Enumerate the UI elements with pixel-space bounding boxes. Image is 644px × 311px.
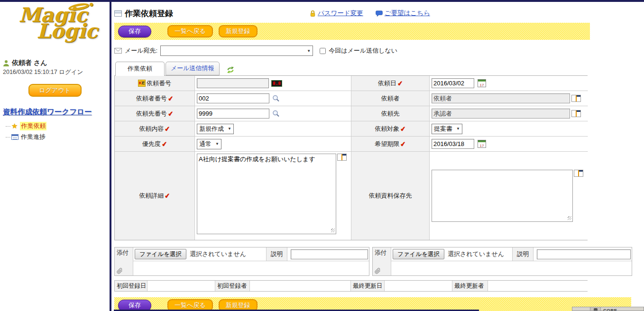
first-registered-date-label: 初回登録日 bbox=[115, 281, 147, 291]
envelope-icon bbox=[114, 48, 122, 54]
attachment-slot-2: 添付 ファイルを選択 選択されていません 説明 bbox=[372, 247, 632, 276]
required-icon: ✔ bbox=[400, 125, 406, 133]
required-icon: ✔ bbox=[161, 140, 167, 148]
requester-input[interactable] bbox=[432, 93, 570, 103]
requester-no-label-cell: 依頼者番号 ✔ bbox=[115, 91, 194, 106]
deadline-label: 希望期限 bbox=[375, 140, 399, 148]
toolbar-top: 保存 一覧へ戻る 新規登録 bbox=[114, 23, 590, 40]
requestee-label-cell: 依頼先 bbox=[351, 106, 429, 121]
priority-label-cell: 優先度 ✔ bbox=[115, 137, 194, 151]
toolbar-bottom: 保存 一覧へ戻る 新規登録 bbox=[114, 297, 631, 311]
sidebar: Magic Logic 依頼者 さん 2016/03/02 15:10:17 ロ… bbox=[0, 2, 110, 311]
attachment-label: 添付 bbox=[375, 249, 389, 257]
search-icon[interactable] bbox=[272, 110, 280, 118]
save-button[interactable]: 保存 bbox=[118, 26, 151, 37]
key-icon: KE bbox=[138, 80, 146, 87]
record-info-table: 初回登録日 初回登録者 最終更新日 最終更新者 bbox=[114, 280, 588, 292]
priority-label: 優先度 bbox=[142, 140, 161, 148]
tab-work-request[interactable]: 作業依頼 bbox=[115, 62, 165, 76]
first-registered-by-label: 初回登録者 bbox=[215, 281, 249, 291]
request-detail-label: 依頼詳細 bbox=[139, 192, 164, 200]
save-location-label-cell: 依頼資料保存先 bbox=[351, 152, 429, 240]
logo-text-line2: Logic bbox=[37, 22, 98, 41]
description-input[interactable] bbox=[291, 249, 368, 259]
logout-button[interactable]: ログアウト bbox=[28, 84, 82, 97]
main-content: 作業依頼登録 パスワード変更 ご要望はこちら 保存 一覧へ戻る 新規登録 メール… bbox=[111, 2, 644, 311]
calendar-icon[interactable]: 17 bbox=[478, 79, 486, 87]
back-to-list-button[interactable]: 一覧へ戻る bbox=[167, 25, 213, 37]
required-icon: ✔ bbox=[164, 125, 170, 133]
last-updated-by-value bbox=[488, 281, 588, 291]
auto-number-counter-icon: 8.8 bbox=[271, 80, 282, 87]
save-location-textarea[interactable] bbox=[432, 170, 573, 222]
requestee-label: 依頼先 bbox=[381, 110, 400, 118]
description-label: 説明 bbox=[512, 247, 534, 261]
requester-label: 依頼者 bbox=[381, 94, 400, 103]
request-date-input[interactable] bbox=[432, 78, 474, 88]
request-date-label-cell: 依頼日 ✔ bbox=[351, 76, 429, 91]
lock-icon bbox=[310, 10, 316, 17]
calendar-icon[interactable]: 17 bbox=[478, 140, 486, 148]
first-registered-by-value bbox=[250, 281, 350, 291]
sidebar-item-work-progress[interactable]: 作業進捗 bbox=[5, 133, 110, 141]
attachments-section: 添付 ファイルを選択 選択されていません 説明 添付 ファイルを選択 選択されて… bbox=[114, 247, 644, 276]
request-date-label: 依頼日 bbox=[378, 79, 396, 88]
requester-no-input[interactable] bbox=[197, 93, 269, 103]
description-label: 説明 bbox=[266, 247, 287, 261]
window-icon bbox=[114, 10, 122, 17]
no-file-text: 選択されていません bbox=[448, 250, 504, 258]
refresh-icon[interactable] bbox=[226, 66, 235, 74]
sidebar-item-work-request[interactable]: ★ 作業依頼 bbox=[5, 122, 110, 130]
requester-no-label: 依頼者番号 bbox=[136, 94, 167, 103]
attachment-label: 添付 bbox=[117, 249, 131, 257]
requester-label-cell: 依頼者 bbox=[351, 91, 429, 106]
expand-icon[interactable] bbox=[571, 110, 581, 117]
request-content-select[interactable]: 新規作成 bbox=[197, 124, 234, 134]
password-change-link[interactable]: パスワード変更 bbox=[318, 9, 363, 18]
description-input[interactable] bbox=[537, 249, 631, 259]
footer-segment bbox=[572, 307, 590, 311]
mail-recipient-label: メール宛先: bbox=[125, 46, 157, 55]
mail-recipient-select[interactable] bbox=[160, 46, 313, 56]
request-detail-label-cell: 依頼詳細 ✔ bbox=[115, 152, 194, 240]
paperclip-icon bbox=[375, 268, 381, 274]
magic-logic-logo: Magic Logic bbox=[12, 6, 98, 54]
file-select-button[interactable]: ファイルを選択 bbox=[393, 249, 444, 259]
login-timestamp: 2016/03/02 15:10:17 ログイン bbox=[3, 68, 110, 76]
required-icon: ✔ bbox=[167, 110, 174, 118]
feedback-link[interactable]: ご要望はこちら bbox=[385, 9, 430, 18]
deadline-label-cell: 希望期限 ✔ bbox=[351, 137, 429, 151]
user-icon bbox=[3, 60, 9, 66]
tab-mail-info[interactable]: メール送信情報 bbox=[166, 62, 220, 75]
expand-icon[interactable] bbox=[337, 154, 347, 161]
new-registration-button[interactable]: 新規登録 bbox=[219, 25, 258, 37]
requestee-no-input[interactable] bbox=[197, 109, 269, 119]
request-detail-textarea[interactable]: A社向け提案書の作成をお願いいたします bbox=[197, 154, 336, 234]
request-target-select[interactable]: 提案書 bbox=[432, 124, 462, 134]
no-mail-checkbox[interactable] bbox=[320, 48, 326, 54]
requestee-input[interactable] bbox=[432, 109, 570, 119]
sidebar-item-label: 作業依頼 bbox=[20, 122, 46, 130]
last-updated-date-label: 最終更新日 bbox=[351, 281, 384, 291]
first-registered-date-value bbox=[147, 281, 215, 291]
deadline-input[interactable] bbox=[432, 139, 474, 149]
paperclip-icon bbox=[117, 268, 123, 274]
no-file-text: 選択されていません bbox=[190, 250, 246, 258]
expand-icon[interactable] bbox=[571, 95, 581, 102]
file-select-button[interactable]: ファイルを選択 bbox=[135, 249, 186, 259]
expand-icon[interactable] bbox=[574, 170, 583, 177]
required-icon: ✔ bbox=[397, 79, 403, 87]
request-content-label-cell: 依頼内容 ✔ bbox=[115, 121, 194, 136]
work-request-form: KE 依頼番号 8.8 依頼日 ✔ 17 依頼者番号 ✔ 依頼者 bbox=[114, 75, 588, 240]
search-icon[interactable] bbox=[272, 95, 280, 102]
last-updated-date-value bbox=[385, 281, 452, 291]
password-change-link-group: パスワード変更 bbox=[310, 9, 363, 18]
star-icon: ★ bbox=[11, 122, 18, 130]
requestee-no-label: 依頼先番号 bbox=[136, 110, 167, 118]
workflow-link[interactable]: 資料作成依頼ワークフロー bbox=[3, 107, 110, 117]
request-target-label-cell: 依頼対象 ✔ bbox=[351, 121, 429, 136]
page-header: 作業依頼登録 パスワード変更 ご要望はこちら bbox=[114, 7, 644, 20]
priority-select[interactable]: 通常 bbox=[197, 139, 221, 149]
logo-halo-dot bbox=[90, 3, 93, 6]
request-no-input[interactable] bbox=[197, 78, 269, 88]
